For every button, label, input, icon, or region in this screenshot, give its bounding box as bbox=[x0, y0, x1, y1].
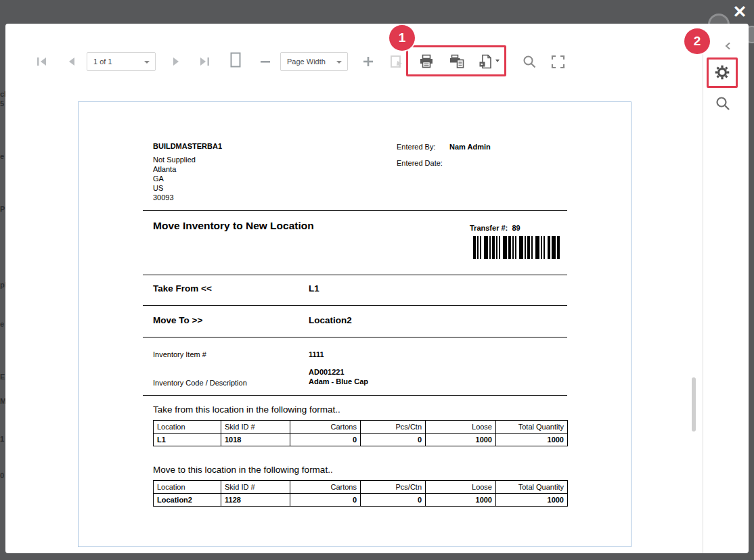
transfer-label: Transfer #: bbox=[470, 224, 508, 232]
table-header-row: Location Skid ID # Cartons Pcs/Ctn Loose… bbox=[154, 421, 568, 434]
inventory-item-value: 1111 bbox=[309, 350, 324, 358]
search-icon bbox=[522, 54, 537, 70]
last-page-button[interactable] bbox=[196, 53, 213, 70]
divider bbox=[143, 275, 567, 275]
page-number-value: 1 of 1 bbox=[93, 57, 112, 66]
previous-page-icon bbox=[65, 55, 79, 68]
take-from-value: L1 bbox=[309, 283, 319, 294]
column-header: Total Quantity bbox=[496, 481, 568, 494]
first-page-icon bbox=[35, 55, 49, 68]
column-header: Total Quantity bbox=[496, 421, 568, 434]
cell-skid-id: 1018 bbox=[221, 434, 290, 446]
column-header: Pcs/Ctn bbox=[361, 421, 426, 434]
column-header: Skid ID # bbox=[221, 481, 290, 494]
zoom-in-button[interactable] bbox=[360, 53, 376, 70]
fullscreen-button[interactable] bbox=[550, 53, 566, 70]
cell-location: L1 bbox=[154, 434, 221, 446]
zoom-mode-select[interactable]: Page Width bbox=[280, 52, 348, 71]
address-line: Atlanta bbox=[153, 164, 196, 174]
chevron-left-icon bbox=[724, 41, 733, 51]
zoom-mode-value: Page Width bbox=[287, 57, 326, 66]
report-title: Move Inventory to New Location bbox=[153, 220, 314, 232]
address-line: US bbox=[153, 183, 196, 193]
previous-page-button[interactable] bbox=[64, 53, 80, 70]
chevron-down-icon bbox=[144, 61, 150, 64]
address-line: Not Supplied bbox=[153, 155, 196, 164]
fullscreen-icon bbox=[550, 54, 566, 70]
printer-icon bbox=[418, 53, 435, 70]
table-row: Location2 1128 0 0 1000 1000 bbox=[154, 494, 568, 507]
collapse-panel-button[interactable] bbox=[722, 40, 734, 52]
cell-skid-id: 1128 bbox=[221, 494, 290, 507]
column-header: Skid ID # bbox=[221, 421, 290, 434]
close-icon[interactable]: ✕ bbox=[730, 1, 750, 22]
company-name: BUILDMASTERBA1 bbox=[153, 142, 222, 150]
take-from-table: Location Skid ID # Cartons Pcs/Ctn Loose… bbox=[153, 420, 568, 446]
cell-pcs-ctn: 0 bbox=[361, 494, 426, 507]
search-button[interactable] bbox=[521, 53, 537, 70]
search-icon bbox=[715, 95, 731, 112]
transfer-barcode bbox=[473, 236, 561, 260]
table-header-row: Location Skid ID # Cartons Pcs/Ctn Loose… bbox=[154, 481, 568, 494]
divider bbox=[143, 395, 567, 396]
gear-icon bbox=[713, 64, 731, 81]
entered-date-label: Entered Date: bbox=[397, 159, 443, 167]
export-dropdown-caret-icon[interactable] bbox=[495, 60, 500, 62]
report-page: BUILDMASTERBA1 Not Supplied Atlanta GA U… bbox=[78, 101, 631, 547]
move-section-title: Move to this location in the following f… bbox=[153, 465, 333, 475]
company-address: Not Supplied Atlanta GA US 30093 bbox=[153, 155, 196, 202]
annotation-badge-1: 1 bbox=[389, 25, 415, 51]
export-button[interactable] bbox=[478, 53, 494, 70]
next-page-button[interactable] bbox=[168, 53, 184, 70]
move-to-value: Location2 bbox=[309, 315, 352, 325]
inventory-code-value: AD001221 bbox=[309, 368, 345, 376]
divider bbox=[143, 305, 567, 306]
column-header: Cartons bbox=[290, 481, 361, 494]
cell-total-quantity: 1000 bbox=[496, 434, 568, 446]
next-page-icon bbox=[169, 55, 183, 68]
zoom-out-button[interactable] bbox=[257, 53, 273, 70]
last-page-icon bbox=[198, 55, 211, 68]
cell-location: Location2 bbox=[154, 494, 221, 507]
column-header: Loose bbox=[426, 421, 496, 434]
cell-cartons: 0 bbox=[290, 434, 361, 446]
move-to-table: Location Skid ID # Cartons Pcs/Ctn Loose… bbox=[153, 480, 568, 507]
move-to-label: Move To >> bbox=[153, 315, 202, 325]
column-header: Cartons bbox=[290, 421, 361, 434]
annotation-badge-2: 2 bbox=[684, 28, 710, 54]
page-number-select[interactable]: 1 of 1 bbox=[87, 52, 156, 71]
print-page-button[interactable] bbox=[449, 53, 465, 70]
export-document-icon bbox=[478, 53, 494, 70]
inventory-item-label: Inventory Item # bbox=[153, 350, 206, 358]
transfer-number: Transfer #: 89 bbox=[470, 224, 520, 232]
overlay-backdrop: ck 5 e P pl e E M 1 0 ✕ 1 of 1 bbox=[0, 0, 754, 560]
divider bbox=[143, 210, 567, 211]
transfer-value: 89 bbox=[512, 224, 520, 232]
single-page-view-button[interactable] bbox=[227, 52, 244, 68]
cell-pcs-ctn: 0 bbox=[361, 434, 426, 446]
sidebar-separator bbox=[703, 40, 703, 553]
highlight-editing-fields-button[interactable] bbox=[389, 53, 405, 70]
column-header: Pcs/Ctn bbox=[361, 481, 426, 494]
chevron-down-icon bbox=[336, 61, 342, 64]
cell-total-quantity: 1000 bbox=[496, 494, 568, 507]
cell-loose: 1000 bbox=[426, 434, 496, 446]
entered-by-value: Nam Admin bbox=[449, 143, 491, 151]
print-button[interactable] bbox=[418, 53, 435, 70]
column-header: Location bbox=[154, 481, 221, 494]
address-line: GA bbox=[153, 174, 196, 183]
minus-icon bbox=[259, 55, 272, 68]
vertical-scrollbar-thumb[interactable] bbox=[692, 377, 696, 431]
table-row: L1 1018 0 0 1000 1000 bbox=[154, 434, 568, 446]
cell-cartons: 0 bbox=[290, 494, 361, 507]
export-options-button[interactable] bbox=[712, 62, 732, 83]
take-from-label: Take From << bbox=[153, 283, 212, 294]
printer-page-icon bbox=[449, 53, 465, 70]
first-page-button[interactable] bbox=[34, 53, 50, 70]
plus-icon bbox=[361, 55, 375, 68]
take-section-title: Take from this location in the following… bbox=[153, 404, 340, 415]
cell-loose: 1000 bbox=[426, 494, 496, 507]
sidebar-search-button[interactable] bbox=[713, 94, 732, 113]
inventory-description-value: Adam - Blue Cap bbox=[309, 377, 368, 386]
entered-by-label: Entered By: bbox=[397, 143, 435, 151]
